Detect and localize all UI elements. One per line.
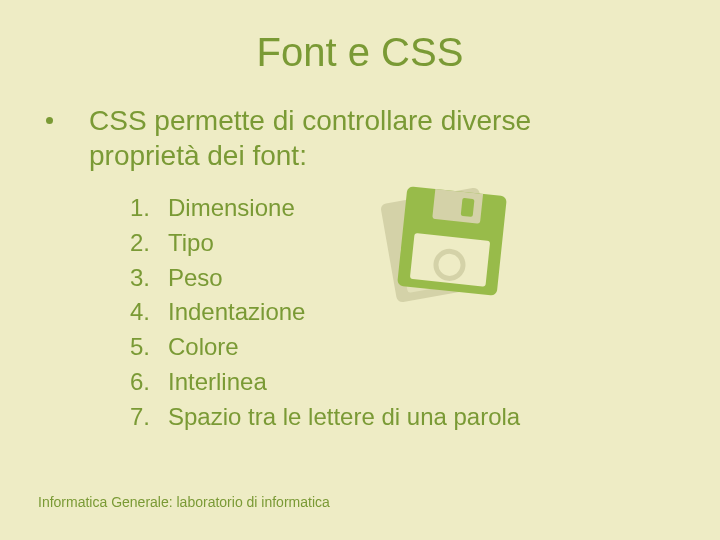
bullet-icon <box>46 117 53 124</box>
lead-text: CSS permette di controllare diverse prop… <box>89 103 649 173</box>
list-item: Colore <box>110 330 680 365</box>
list-item-label: Tipo <box>168 226 214 261</box>
lead-bullet-row: CSS permette di controllare diverse prop… <box>40 103 680 173</box>
list-item-label: Peso <box>168 261 223 296</box>
list-item: Spazio tra le lettere di una parola <box>110 400 680 435</box>
list-item-label: Interlinea <box>168 365 267 400</box>
list-item-label: Spazio tra le lettere di una parola <box>168 400 520 435</box>
list-item: Peso <box>110 261 680 296</box>
slide: Font e CSS CSS permette di controllare d… <box>0 0 720 540</box>
list-item-label: Colore <box>168 330 239 365</box>
slide-title: Font e CSS <box>40 30 680 75</box>
list-item-label: Indentazione <box>168 295 305 330</box>
footer-text: Informatica Generale: laboratorio di inf… <box>38 494 330 510</box>
numbered-list: Dimensione Tipo Peso Indentazione Colore… <box>110 191 680 435</box>
list-item: Indentazione <box>110 295 680 330</box>
list-item: Dimensione <box>110 191 680 226</box>
list-item: Tipo <box>110 226 680 261</box>
list-item: Interlinea <box>110 365 680 400</box>
list-area: Dimensione Tipo Peso Indentazione Colore… <box>110 191 680 435</box>
list-item-label: Dimensione <box>168 191 295 226</box>
